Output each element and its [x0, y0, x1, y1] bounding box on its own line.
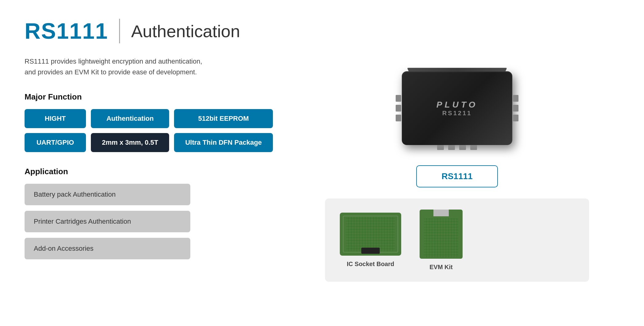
evm-kit-item: EVM Kit [420, 210, 463, 271]
socket-board-item: IC Socket Board [340, 213, 401, 268]
pad-bottom [470, 145, 477, 150]
left-panel: RS1111 provides lightweight encryption a… [25, 56, 276, 282]
header-subtitle: Authentication [131, 21, 240, 41]
pad [396, 115, 401, 121]
page-header: RS1111 Authentication [25, 18, 619, 44]
socket-board-label: IC Socket Board [347, 261, 394, 268]
product-name: RS1111 [25, 18, 108, 44]
application-title: Application [25, 167, 276, 176]
evm-panel: IC Socket Board EVM Kit [325, 198, 589, 282]
chip-pads-bottom [437, 145, 477, 150]
pad-bottom [437, 145, 444, 150]
main-layout: RS1111 provides lightweight encryption a… [25, 56, 619, 282]
evm-kit-image [420, 210, 463, 259]
product-description: RS1111 provides lightweight encryption a… [25, 56, 276, 77]
right-panel: PLUTO RS1211 RS1111 IC Socket Board [295, 56, 619, 282]
chip-brand-label: PLUTO [436, 100, 478, 110]
major-function-section: Major Function HIGHT Authentication 512b… [25, 92, 276, 152]
pad [513, 95, 518, 102]
pad [513, 105, 518, 112]
major-function-title: Major Function [25, 92, 276, 102]
app-item-printer: Printer Cartridges Authentication [25, 211, 190, 232]
board-circuit [346, 217, 395, 251]
usb-circuit [424, 218, 458, 257]
product-label-button[interactable]: RS1111 [416, 165, 498, 187]
pad [396, 95, 401, 102]
badge-package: Ultra Thin DFN Package [174, 133, 273, 152]
socket-connector [361, 248, 380, 254]
badges-grid: HIGHT Authentication 512bit EEPROM UART/… [25, 109, 276, 152]
chip-pads-left [396, 95, 401, 121]
chip-model-label: RS1211 [442, 110, 472, 117]
header-divider [119, 19, 120, 43]
badge-uart: UART/GPIO [25, 133, 86, 152]
badge-size: 2mm x 3mm, 0.5T [91, 133, 169, 152]
usb-plug [433, 210, 449, 216]
application-list: Battery pack Authentication Printer Cart… [25, 184, 276, 259]
badge-hight: HIGHT [25, 109, 86, 128]
pad [396, 105, 401, 112]
evm-kit-label: EVM Kit [429, 264, 453, 271]
chip-image: PLUTO RS1211 [383, 62, 531, 154]
badge-eeprom: 512bit EEPROM [174, 109, 273, 128]
pad-bottom [448, 145, 455, 150]
chip-pads-right [513, 95, 518, 121]
pad [513, 115, 518, 121]
app-item-battery: Battery pack Authentication [25, 184, 190, 205]
chip-3d: PLUTO RS1211 [402, 71, 512, 145]
app-item-accessories: Add-on Accessories [25, 238, 190, 259]
pad-bottom [459, 145, 466, 150]
badge-authentication: Authentication [91, 109, 169, 128]
application-section: Application Battery pack Authentication … [25, 167, 276, 259]
socket-board-image [340, 213, 401, 256]
